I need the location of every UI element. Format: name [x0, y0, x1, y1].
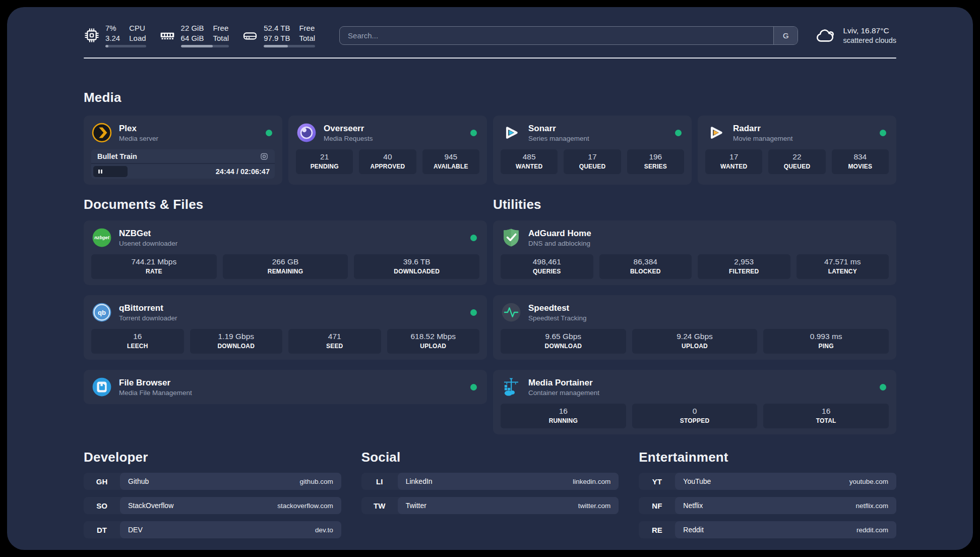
app-name: Speedtest	[528, 303, 587, 313]
section-title-entertainment: Entertainment	[639, 450, 896, 465]
stat-tile: 744.21 Mbps RATE	[91, 254, 217, 279]
bookmark-group-social: Social LI LinkedIn linkedin.com TW Twitt…	[361, 450, 619, 538]
qbittorrent-icon: qb	[91, 302, 112, 323]
svg-text:qb: qb	[98, 309, 106, 316]
portainer-icon	[501, 376, 522, 398]
section-title-social: Social	[361, 450, 619, 465]
bookmark-abbr: RE	[639, 521, 675, 538]
app-card-plex[interactable]: Plex Media server Bullet Train	[84, 116, 282, 185]
app-card-sonarr[interactable]: Sonarr Series management 485 WANTED 17 Q…	[493, 116, 692, 185]
storage-total-label: Total	[299, 33, 315, 43]
stat-tile: 0 STOPPED	[632, 404, 758, 428]
app-name: Radarr	[733, 124, 793, 134]
bookmark-url: twitter.com	[578, 502, 611, 510]
stat-tile: 40 APPROVED	[359, 149, 416, 174]
stat-tile: 266 GB REMAINING	[223, 254, 348, 279]
bookmark-name: Netflix	[683, 502, 703, 510]
app-subtitle: Container management	[528, 389, 599, 397]
app-name: Overseerr	[324, 124, 373, 134]
bookmark-group-entertainment: Entertainment YT YouTube youtube.com NF …	[639, 450, 896, 538]
section-title-media: Media	[84, 90, 896, 105]
stat-tile: 196 SERIES	[627, 149, 684, 174]
plex-icon	[91, 122, 112, 143]
app-subtitle: Media server	[119, 135, 158, 142]
header-divider	[84, 58, 896, 59]
sonarr-icon	[501, 122, 522, 143]
storage-total: 97.9 TB	[264, 33, 290, 43]
cpu-load-value: 3.24	[105, 33, 120, 43]
app-name: NZBGet	[119, 229, 177, 239]
app-card-speedtest[interactable]: Speedtest Speedtest Tracking 9.65 Gbps D…	[493, 295, 896, 360]
stat-tile: 2,953 FILTERED	[698, 254, 790, 279]
bookmark-stackoverflow[interactable]: SO StackOverflow stackoverflow.com	[84, 497, 341, 514]
app-card-adguard[interactable]: AdGuard Home DNS and adblocking 498,461 …	[493, 220, 896, 285]
stat-tile: 9.24 Gbps UPLOAD	[632, 329, 758, 354]
stat-tile: 39.6 TB DOWNLOADED	[354, 254, 479, 279]
bookmark-github[interactable]: GH Github github.com	[84, 473, 341, 490]
bookmark-linkedin[interactable]: LI LinkedIn linkedin.com	[361, 473, 619, 490]
app-name: Plex	[119, 124, 158, 134]
bookmark-name: DEV	[128, 526, 143, 534]
speedtest-icon	[501, 302, 522, 323]
bookmark-netflix[interactable]: NF Netflix netflix.com	[639, 497, 896, 514]
app-name: Sonarr	[528, 124, 589, 134]
bookmark-dev[interactable]: DT DEV dev.to	[84, 521, 341, 538]
stat-tile: 498,461 QUERIES	[501, 254, 593, 279]
bookmark-name: YouTube	[683, 477, 711, 485]
bookmark-abbr: LI	[361, 473, 398, 490]
app-subtitle: DNS and adblocking	[528, 240, 591, 247]
storage-free-label: Free	[299, 23, 315, 33]
stat-tile: 16 LEECH	[91, 329, 184, 354]
filebrowser-icon	[91, 376, 112, 398]
storage-usage-bar	[264, 45, 315, 47]
app-subtitle: Media Requests	[324, 135, 373, 142]
app-card-nzbget[interactable]: nzbget NZBGet Usenet downloader 74	[84, 220, 487, 285]
bookmark-url: reddit.com	[856, 526, 888, 534]
pause-button[interactable]	[93, 166, 128, 177]
stat-tile: 22 QUEUED	[768, 149, 825, 174]
stat-tile: 16 RUNNING	[501, 404, 626, 428]
bookmark-twitter[interactable]: TW Twitter twitter.com	[361, 497, 619, 514]
status-badge	[675, 130, 682, 136]
cpu-icon	[84, 27, 100, 43]
status-badge	[880, 384, 886, 391]
pause-icon	[97, 169, 103, 175]
search-bar: G	[339, 26, 798, 45]
app-subtitle: Media File Management	[119, 389, 192, 397]
app-card-qbittorrent[interactable]: qb qBittorrent Torrent downloader	[84, 295, 487, 360]
cpu-usage-bar	[105, 45, 146, 47]
app-card-filebrowser[interactable]: File Browser Media File Management	[84, 370, 487, 404]
app-card-radarr[interactable]: Radarr Movie management 17 WANTED 22 QUE…	[698, 116, 896, 185]
radarr-icon	[705, 122, 726, 143]
status-badge	[470, 309, 477, 316]
bookmark-url: netflix.com	[855, 502, 888, 510]
bookmark-name: Twitter	[406, 502, 426, 510]
search-engine-button[interactable]: G	[773, 27, 798, 44]
search-input[interactable]	[340, 31, 773, 40]
hard-drive-icon	[242, 27, 258, 43]
nzbget-icon: nzbget	[91, 227, 112, 248]
app-card-overseerr[interactable]: Overseerr Media Requests 21 PENDING 40 A…	[288, 116, 487, 185]
memory-free-label: Free	[213, 23, 229, 33]
app-subtitle: Usenet downloader	[119, 240, 177, 247]
bookmark-url: stackoverflow.com	[277, 502, 333, 510]
bookmark-youtube[interactable]: YT YouTube youtube.com	[639, 473, 896, 490]
app-name: qBittorrent	[119, 303, 177, 313]
bookmark-name: Github	[128, 477, 149, 485]
memory-widget: 22 GiB 64 GiB Free Total	[159, 23, 229, 47]
bookmark-abbr: TW	[361, 497, 398, 514]
bookmark-url: linkedin.com	[573, 478, 610, 485]
overseerr-icon	[296, 122, 317, 143]
app-card-portainer[interactable]: Media Portainer Container management 16 …	[493, 370, 896, 434]
documents-column: Documents & Files nzbget	[84, 197, 487, 434]
stat-tile: 17 WANTED	[705, 149, 762, 174]
app-subtitle: Series management	[528, 135, 589, 142]
bookmark-group-developer: Developer GH Github github.com SO StackO…	[84, 450, 341, 538]
media-grid: Plex Media server Bullet Train	[84, 116, 896, 185]
bookmark-reddit[interactable]: RE Reddit reddit.com	[639, 521, 896, 538]
memory-total-label: Total	[213, 33, 229, 43]
video-session-icon	[260, 152, 269, 161]
stat-tile: 1.19 Gbps DOWNLOAD	[190, 329, 283, 354]
section-title-developer: Developer	[84, 450, 341, 465]
status-badge	[470, 130, 477, 136]
